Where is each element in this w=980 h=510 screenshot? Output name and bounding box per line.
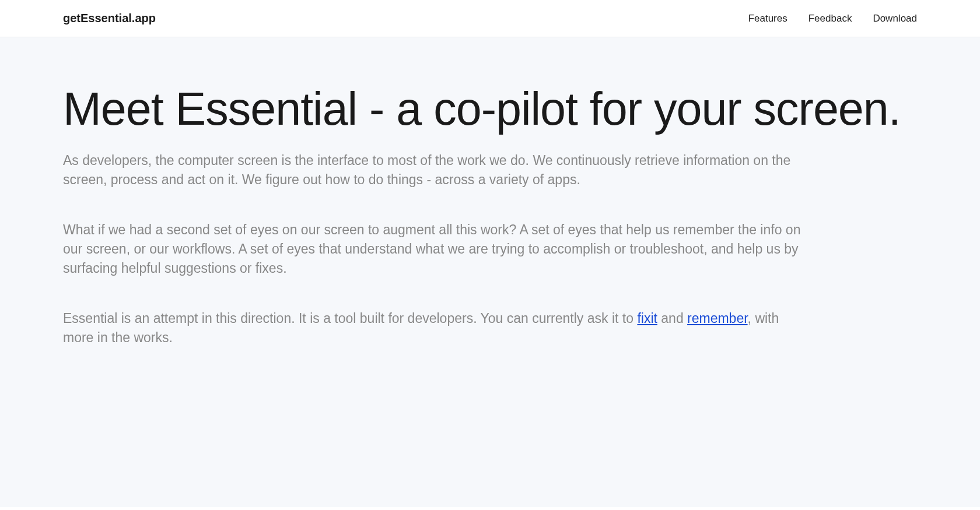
nav-download[interactable]: Download [873, 13, 917, 24]
hero-title: Meet Essential - a co-pilot for your scr… [63, 84, 917, 135]
paragraph-2: What if we had a second set of eyes on o… [63, 220, 810, 279]
paragraph-3-text-2: and [657, 311, 687, 326]
paragraph-3-text-1: Essential is an attempt in this directio… [63, 311, 637, 326]
remember-link[interactable]: remember [687, 311, 748, 326]
main-content: Meet Essential - a co-pilot for your scr… [0, 37, 980, 507]
paragraph-3: Essential is an attempt in this directio… [63, 309, 810, 348]
nav-features[interactable]: Features [748, 13, 788, 24]
logo[interactable]: getEssential.app [63, 12, 156, 25]
header: getEssential.app Features Feedback Downl… [0, 0, 980, 37]
nav-feedback[interactable]: Feedback [808, 13, 852, 24]
fixit-link[interactable]: fixit [637, 311, 657, 326]
paragraph-1: As developers, the computer screen is th… [63, 151, 810, 190]
nav: Features Feedback Download [748, 13, 917, 24]
